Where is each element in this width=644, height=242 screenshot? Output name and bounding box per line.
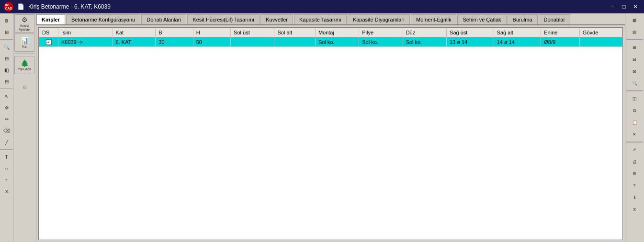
tab-donati-alanlari[interactable]: Donatı Alanları [141, 14, 186, 24]
zoom-out-icon[interactable]: ⊟ [1, 53, 12, 64]
draw-icon[interactable]: ✏ [1, 114, 12, 124]
dimension-icon[interactable]: ↔ [1, 163, 12, 174]
row-govde [579, 37, 622, 47]
sidebar-separator [14, 54, 35, 54]
rt-select-all-button[interactable]: ◫ [626, 93, 643, 104]
view-mode-icon[interactable]: ◧ [1, 65, 12, 75]
col-ds: DS [39, 28, 58, 37]
layer-icon[interactable]: ≡ [1, 175, 12, 185]
rt-paste-button[interactable]: 📋 [626, 117, 643, 128]
rt-info-button[interactable]: ℹ [626, 192, 643, 203]
row-enine: Ø8/9 [541, 37, 580, 47]
secondary-sidebar: ⚙ Analiz Ayarları 📊 Ka 🌲 Yapı Ağa ⊟ [13, 13, 36, 242]
ka-button[interactable]: 📊 Ka [14, 33, 34, 52]
rt-zoom-fit-button[interactable]: ⊠ [626, 66, 643, 77]
cursor-icon[interactable]: ↖ [1, 91, 12, 101]
right-toolbar: ▦ ▤ ⊞ ⊟ ⊠ 🔍 ◫ ⧉ 📋 ✕ ↗ 🖨 ⚙ ? ℹ ⧖ [625, 13, 644, 242]
tab-kuvvetler[interactable]: Kuvvetler [260, 14, 293, 24]
row-sag-alt: 14 ø 14 [494, 37, 541, 47]
move-icon[interactable]: ✥ [1, 102, 12, 113]
data-table-container: DS İsim Kat B H Sol üst Sol alt Montaj P… [38, 27, 623, 240]
row-kat: 6. KAT [113, 37, 156, 47]
minimize-button[interactable]: ─ [608, 3, 617, 11]
row-checkbox[interactable]: ✓ [39, 37, 58, 47]
line-icon[interactable]: ╱ [1, 137, 12, 147]
erase-icon[interactable]: ⌫ [1, 125, 12, 136]
settings-icon[interactable]: ⚙ [1, 15, 12, 26]
rt-grid-button[interactable]: ⊟ [626, 54, 643, 65]
rt-chart-line-button[interactable]: ▤ [626, 26, 643, 38]
row-h: 50 [193, 37, 230, 47]
col-pilye: Pilye [359, 28, 403, 37]
row-sol-alt [274, 37, 315, 47]
col-sol-alt: Sol alt [274, 28, 315, 37]
rt-separator-2 [626, 90, 643, 91]
app-icon: deCAD [4, 2, 13, 11]
rt-separator-3 [626, 142, 643, 143]
col-sol-ust: Sol üst [231, 28, 274, 37]
col-govde: Gövde [579, 28, 622, 37]
kiris-table: DS İsim Kat B H Sol üst Sol alt Montaj P… [39, 28, 622, 47]
document-icon: 📄 [17, 3, 24, 10]
row-pilye: Sol ko. [359, 37, 403, 47]
rt-copy-button[interactable]: ⧉ [626, 105, 643, 116]
row-duz: Sol ko. [403, 37, 446, 47]
tree-icon[interactable]: ⊟ [1, 76, 12, 87]
row-montaj: Sol ko. [315, 37, 359, 47]
rt-table-button[interactable]: ⊞ [626, 42, 643, 53]
collapse-indicator[interactable]: ⊟ [14, 85, 35, 89]
row-sag-ust: 13 ø 14 [447, 37, 494, 47]
rt-help-button[interactable]: ? [626, 180, 643, 191]
col-kat: Kat [113, 28, 156, 37]
tab-burulma[interactable]: Burulma [508, 14, 538, 24]
zoom-in-icon[interactable]: 🔍 [1, 42, 12, 52]
col-montaj: Montaj [315, 28, 359, 37]
col-enine: Enine [541, 28, 580, 37]
tab-kapasite-tasarimi[interactable]: Kapasite Tasarımı [294, 14, 347, 24]
tab-kapasite-diyagramlari[interactable]: Kapasite Diyagramları [348, 14, 410, 24]
text-icon[interactable]: T [1, 152, 12, 162]
row-b: 30 [156, 37, 193, 47]
col-h: H [193, 28, 230, 37]
grid-icon[interactable]: ⊞ [1, 27, 12, 37]
main-content: Kirişler Betonarme Konfigürasyonu Donatı… [36, 13, 625, 242]
delete-icon[interactable]: ✕ [1, 186, 12, 197]
rt-filter-button[interactable]: ⧖ [626, 204, 643, 215]
col-duz: Düz [403, 28, 446, 37]
rt-export-button[interactable]: ↗ [626, 144, 643, 155]
rt-settings-button[interactable]: ⚙ [626, 168, 643, 179]
maximize-button[interactable]: □ [619, 3, 629, 11]
row-isim: K6039 -> [58, 37, 113, 47]
yapi-agaci-button[interactable]: 🌲 Yapı Ağa [14, 56, 34, 74]
left-sidebar: ⚙ ⊞ 🔍 ⊟ ◧ ⊟ ↖ ✥ ✏ ⌫ ╱ T ↔ ≡ ✕ [0, 13, 13, 242]
row-sol-ust [231, 37, 274, 47]
tab-betonarme-konfigurasyonu[interactable]: Betonarme Konfigürasyonu [66, 14, 140, 24]
tab-kirisler[interactable]: Kirişler [36, 14, 65, 25]
col-sag-alt: Sağ alt [494, 28, 541, 37]
rt-zoom-in-button[interactable]: 🔍 [626, 77, 643, 89]
tab-bar: Kirişler Betonarme Konfigürasyonu Donatı… [36, 13, 625, 25]
tab-moment-egrilik[interactable]: Moment-Eğrilik [411, 14, 456, 24]
tab-kesit-hucresi[interactable]: Kesit Hücresi(Lif) Tasarımı [187, 14, 260, 24]
rt-chart-bar-button[interactable]: ▦ [626, 14, 643, 26]
col-b: B [156, 28, 193, 37]
window-title: Kiriş Betonarme - 6. KAT, K6039 [28, 3, 111, 10]
rt-delete-button[interactable]: ✕ [626, 129, 643, 140]
rt-print-button[interactable]: 🖨 [626, 156, 643, 167]
title-bar: deCAD 📄 Kiriş Betonarme - 6. KAT, K6039 … [0, 0, 644, 13]
tab-sehim-ve-catlak[interactable]: Sehim ve Çatlak [457, 14, 506, 24]
tab-donatılar[interactable]: Donatılar [539, 14, 571, 24]
analiz-ayarlari-button[interactable]: ⚙ Analiz Ayarları [14, 14, 34, 33]
close-button[interactable]: ✕ [631, 3, 640, 11]
col-isim: İsim [58, 28, 113, 37]
col-sag-ust: Sağ üst [447, 28, 494, 37]
rt-separator-1 [626, 39, 643, 40]
table-row[interactable]: ✓ K6039 -> 6. KAT 30 50 Sol ko. Sol ko. … [39, 37, 622, 47]
